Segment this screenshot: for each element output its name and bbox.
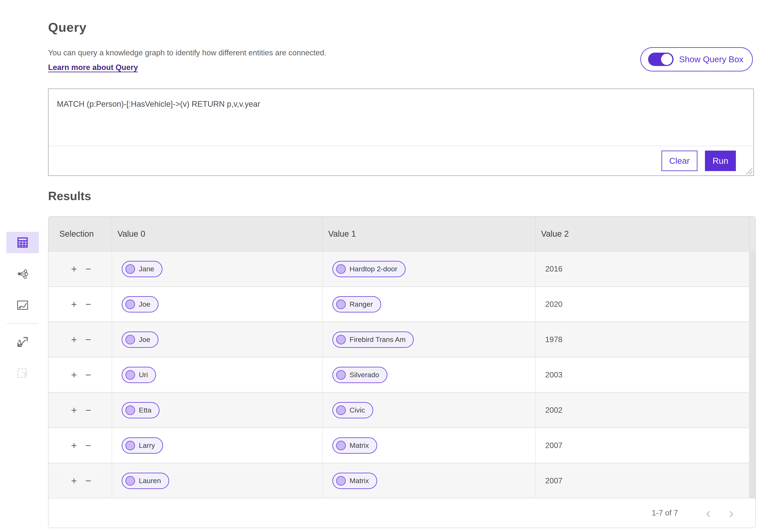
scrollbar-header-spacer: [749, 217, 755, 251]
year-value: 2007: [545, 476, 562, 485]
year-value: 2020: [545, 300, 562, 309]
toggle-knob: [661, 54, 672, 65]
remove-row-button[interactable]: −: [85, 405, 91, 415]
sidebar-item-select-region-view: [6, 363, 39, 384]
add-row-button[interactable]: +: [71, 440, 77, 451]
learn-more-link[interactable]: Learn more about Query: [48, 63, 138, 71]
scrollbar-track[interactable]: [749, 251, 755, 286]
table-row: + − Lauren Matrix 2007: [48, 462, 755, 498]
node-pill[interactable]: Joe: [122, 331, 159, 348]
page-description: You can query a knowledge graph to ident…: [48, 48, 326, 57]
node-label: Lauren: [139, 477, 161, 485]
view-sidebar: [6, 232, 39, 384]
node-circle-icon: [336, 335, 346, 345]
node-circle-icon: [336, 441, 346, 450]
remove-row-button[interactable]: −: [85, 440, 91, 451]
node-label: Jane: [139, 265, 154, 273]
year-value: 2016: [545, 265, 562, 273]
node-pill[interactable]: Etta: [122, 402, 160, 418]
remove-row-button[interactable]: −: [85, 335, 91, 345]
table-row: + − Etta Civic 2002: [48, 392, 755, 427]
node-label: Matrix: [349, 477, 369, 485]
remove-row-button[interactable]: −: [85, 370, 91, 380]
column-header-value1: Value 1: [322, 217, 535, 251]
dashed-selection-icon: [17, 368, 28, 378]
pagination-range-label: 1-7 of 7: [652, 509, 678, 518]
route-map-icon: [17, 300, 28, 310]
node-circle-icon: [336, 264, 346, 274]
table-row: + − Jane Hardtop 2-door 2016: [48, 251, 755, 286]
column-header-value0: Value 0: [112, 217, 322, 251]
remove-row-button[interactable]: −: [85, 264, 91, 274]
pagination-next-icon[interactable]: ›: [720, 506, 743, 520]
toggle-switch-icon[interactable]: [648, 53, 674, 66]
table-footer: 1-7 of 7 ‹ ›: [48, 498, 755, 528]
add-row-button[interactable]: +: [71, 335, 77, 345]
node-pill[interactable]: Matrix: [332, 473, 377, 489]
sidebar-divider: [7, 323, 38, 324]
node-pill[interactable]: Larry: [122, 437, 163, 454]
table-row: + − Joe Ranger 2020: [48, 286, 755, 322]
run-button[interactable]: Run: [705, 151, 736, 171]
add-row-button[interactable]: +: [71, 370, 77, 380]
add-row-button[interactable]: +: [71, 405, 77, 415]
table-row: + − Larry Matrix 2007: [48, 427, 755, 462]
node-pill[interactable]: Hardtop 2-door: [332, 261, 406, 277]
remove-row-button[interactable]: −: [85, 299, 91, 309]
node-pill[interactable]: Joe: [122, 296, 159, 313]
node-circle-icon: [336, 370, 346, 380]
scrollbar-track[interactable]: [749, 357, 755, 392]
node-label: Hardtop 2-door: [349, 265, 397, 273]
node-circle-icon: [125, 370, 135, 380]
node-pill[interactable]: Civic: [332, 402, 373, 418]
node-circle-icon: [125, 441, 135, 450]
sidebar-item-map-view[interactable]: [6, 294, 39, 316]
node-pill[interactable]: Silverado: [332, 367, 387, 383]
sidebar-item-table-view[interactable]: [6, 232, 39, 253]
add-row-button[interactable]: +: [71, 264, 77, 274]
scrollbar-track[interactable]: [749, 427, 755, 462]
node-label: Joe: [139, 335, 150, 344]
sidebar-item-graph-view[interactable]: [6, 263, 39, 285]
add-row-button[interactable]: +: [71, 299, 77, 309]
pagination-prev-icon[interactable]: ‹: [697, 506, 720, 520]
year-value: 2002: [545, 406, 562, 415]
table-row: + − Joe Firebird Trans Am 1978: [48, 322, 755, 357]
toggle-label: Show Query Box: [679, 54, 743, 64]
add-row-button[interactable]: +: [71, 476, 77, 486]
year-value: 2007: [545, 441, 562, 450]
node-pill[interactable]: Matrix: [332, 437, 377, 454]
learn-more-row: Learn more about Query: [48, 63, 138, 72]
scrollbar-track[interactable]: [749, 286, 755, 322]
show-query-box-toggle[interactable]: Show Query Box: [640, 47, 753, 71]
query-panel: MATCH (p:Person)-[:HasVehicle]->(v) RETU…: [48, 89, 754, 176]
clear-button[interactable]: Clear: [661, 151, 697, 171]
remove-row-button[interactable]: −: [85, 476, 91, 486]
node-circle-icon: [125, 335, 135, 345]
scrollbar-track[interactable]: [749, 462, 755, 498]
node-label: Silverado: [349, 371, 379, 379]
node-circle-icon: [336, 406, 346, 415]
query-textarea[interactable]: MATCH (p:Person)-[:HasVehicle]->(v) RETU…: [48, 89, 753, 146]
node-label: Civic: [349, 406, 365, 414]
node-pill[interactable]: Jane: [122, 261, 163, 277]
query-page: Query You can query a knowledge graph to…: [0, 0, 757, 532]
column-header-selection: Selection: [48, 217, 112, 251]
node-label: Larry: [139, 441, 155, 450]
page-title: Query: [48, 20, 87, 35]
node-circle-icon: [125, 476, 135, 486]
node-circle-icon: [125, 406, 135, 415]
node-pill[interactable]: Firebird Trans Am: [332, 331, 414, 348]
node-circle-icon: [125, 299, 135, 309]
node-pill[interactable]: Lauren: [122, 473, 169, 489]
node-pill[interactable]: Uri: [122, 367, 156, 383]
scrollbar-track[interactable]: [749, 322, 755, 357]
sidebar-item-expand-graph-view[interactable]: [6, 331, 39, 352]
scrollbar-track[interactable]: [749, 392, 755, 427]
table-icon: [17, 237, 28, 248]
node-label: Joe: [139, 300, 150, 308]
node-circle-icon: [336, 476, 346, 486]
column-header-value2: Value 2: [535, 217, 749, 251]
node-label: Matrix: [349, 441, 369, 450]
node-pill[interactable]: Ranger: [332, 296, 381, 313]
